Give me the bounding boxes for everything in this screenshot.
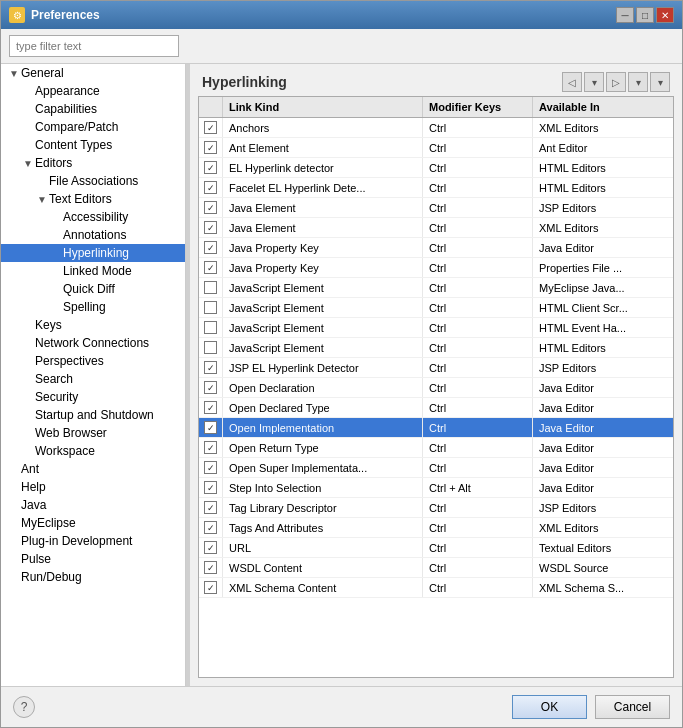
close-button[interactable]: ✕ [656,7,674,23]
row-checkbox[interactable] [204,561,217,574]
sidebar-item-ant[interactable]: Ant [1,460,185,478]
row-checkbox[interactable] [204,461,217,474]
sidebar-item-run-debug[interactable]: Run/Debug [1,568,185,586]
table-row[interactable]: Java Property KeyCtrlJava Editor [199,238,673,258]
row-checkbox[interactable] [204,281,217,294]
sidebar-item-label: Capabilities [35,102,97,116]
table-row[interactable]: WSDL ContentCtrlWSDL Source [199,558,673,578]
sidebar-item-content-types[interactable]: Content Types [1,136,185,154]
table-row[interactable]: Open Return TypeCtrlJava Editor [199,438,673,458]
table-header: Link Kind Modifier Keys Available In [199,97,673,118]
table-row[interactable]: Step Into SelectionCtrl + AltJava Editor [199,478,673,498]
sidebar-item-perspectives[interactable]: Perspectives [1,352,185,370]
dropdown2-button[interactable]: ▾ [628,72,648,92]
sidebar-item-label: Java [21,498,46,512]
row-checkbox[interactable] [204,441,217,454]
table-row[interactable]: Java ElementCtrlJSP Editors [199,198,673,218]
row-checkbox[interactable] [204,321,217,334]
checkbox-cell [199,158,223,177]
filter-input[interactable] [9,35,179,57]
sidebar-item-workspace[interactable]: Workspace [1,442,185,460]
sidebar-item-startup-shutdown[interactable]: Startup and Shutdown [1,406,185,424]
sidebar-item-keys[interactable]: Keys [1,316,185,334]
row-checkbox[interactable] [204,161,217,174]
table-row[interactable]: Open DeclarationCtrlJava Editor [199,378,673,398]
sidebar-item-quick-diff[interactable]: Quick Diff [1,280,185,298]
cancel-button[interactable]: Cancel [595,695,670,719]
menu-button[interactable]: ▾ [650,72,670,92]
table-row[interactable]: Java Property KeyCtrlProperties File ... [199,258,673,278]
table-row[interactable]: XML Schema ContentCtrlXML Schema S... [199,578,673,598]
table-row[interactable]: Facelet EL Hyperlink Dete...CtrlHTML Edi… [199,178,673,198]
table-row[interactable]: Open Declared TypeCtrlJava Editor [199,398,673,418]
ok-button[interactable]: OK [512,695,587,719]
row-checkbox[interactable] [204,301,217,314]
sidebar-item-security[interactable]: Security [1,388,185,406]
row-checkbox[interactable] [204,481,217,494]
sidebar-item-capabilities[interactable]: Capabilities [1,100,185,118]
sidebar-item-file-associations[interactable]: File Associations [1,172,185,190]
table-row[interactable]: Ant ElementCtrlAnt Editor [199,138,673,158]
table-row[interactable]: Tags And AttributesCtrlXML Editors [199,518,673,538]
table-row[interactable]: EL Hyperlink detectorCtrlHTML Editors [199,158,673,178]
sidebar-item-compare-patch[interactable]: Compare/Patch [1,118,185,136]
modifier-keys-cell: Ctrl [423,138,533,157]
modifier-keys-cell: Ctrl [423,498,533,517]
section-title: Hyperlinking [202,74,287,90]
help-button[interactable]: ? [13,696,35,718]
table-row[interactable]: JSP EL Hyperlink DetectorCtrlJSP Editors [199,358,673,378]
row-checkbox[interactable] [204,181,217,194]
row-checkbox[interactable] [204,341,217,354]
right-panel: Hyperlinking ◁ ▾ ▷ ▾ ▾ Link Kind Modifie… [190,64,682,686]
row-checkbox[interactable] [204,501,217,514]
table-row[interactable]: URLCtrlTextual Editors [199,538,673,558]
table-row[interactable]: Java ElementCtrlXML Editors [199,218,673,238]
table-row[interactable]: Open ImplementationCtrlJava Editor [199,418,673,438]
sidebar-item-pulse[interactable]: Pulse [1,550,185,568]
row-checkbox[interactable] [204,261,217,274]
table-row[interactable]: JavaScript ElementCtrlHTML Editors [199,338,673,358]
row-checkbox[interactable] [204,581,217,594]
row-checkbox[interactable] [204,401,217,414]
link-kind-cell: Open Return Type [223,438,423,457]
sidebar-item-java[interactable]: Java [1,496,185,514]
row-checkbox[interactable] [204,381,217,394]
row-checkbox[interactable] [204,201,217,214]
table-row[interactable]: Tag Library DescriptorCtrlJSP Editors [199,498,673,518]
row-checkbox[interactable] [204,241,217,254]
table-row[interactable]: Open Super Implementata...CtrlJava Edito… [199,458,673,478]
sidebar-item-accessibility[interactable]: Accessibility [1,208,185,226]
row-checkbox[interactable] [204,141,217,154]
sidebar-item-text-editors[interactable]: ▼Text Editors [1,190,185,208]
sidebar-item-myeclipse[interactable]: MyEclipse [1,514,185,532]
row-checkbox[interactable] [204,421,217,434]
minimize-button[interactable]: ─ [616,7,634,23]
maximize-button[interactable]: □ [636,7,654,23]
sidebar-item-general[interactable]: ▼General [1,64,185,82]
available-in-cell: MyEclipse Java... [533,278,673,297]
sidebar-item-editors[interactable]: ▼Editors [1,154,185,172]
sidebar-item-search[interactable]: Search [1,370,185,388]
sidebar-item-web-browser[interactable]: Web Browser [1,424,185,442]
sidebar-item-spelling[interactable]: Spelling [1,298,185,316]
sidebar-item-network-connections[interactable]: Network Connections [1,334,185,352]
sidebar-item-linked-mode[interactable]: Linked Mode [1,262,185,280]
row-checkbox[interactable] [204,221,217,234]
dropdown1-button[interactable]: ▾ [584,72,604,92]
row-checkbox[interactable] [204,121,217,134]
sidebar-item-hyperlinking[interactable]: Hyperlinking [1,244,185,262]
modifier-keys-cell: Ctrl [423,458,533,477]
row-checkbox[interactable] [204,361,217,374]
forward-button[interactable]: ▷ [606,72,626,92]
back-button[interactable]: ◁ [562,72,582,92]
table-row[interactable]: JavaScript ElementCtrlHTML Event Ha... [199,318,673,338]
table-row[interactable]: AnchorsCtrlXML Editors [199,118,673,138]
table-row[interactable]: JavaScript ElementCtrlHTML Client Scr... [199,298,673,318]
sidebar-item-plugin-development[interactable]: Plug-in Development [1,532,185,550]
sidebar-item-annotations[interactable]: Annotations [1,226,185,244]
sidebar-item-help[interactable]: Help [1,478,185,496]
row-checkbox[interactable] [204,541,217,554]
sidebar-item-appearance[interactable]: Appearance [1,82,185,100]
table-row[interactable]: JavaScript ElementCtrlMyEclipse Java... [199,278,673,298]
row-checkbox[interactable] [204,521,217,534]
